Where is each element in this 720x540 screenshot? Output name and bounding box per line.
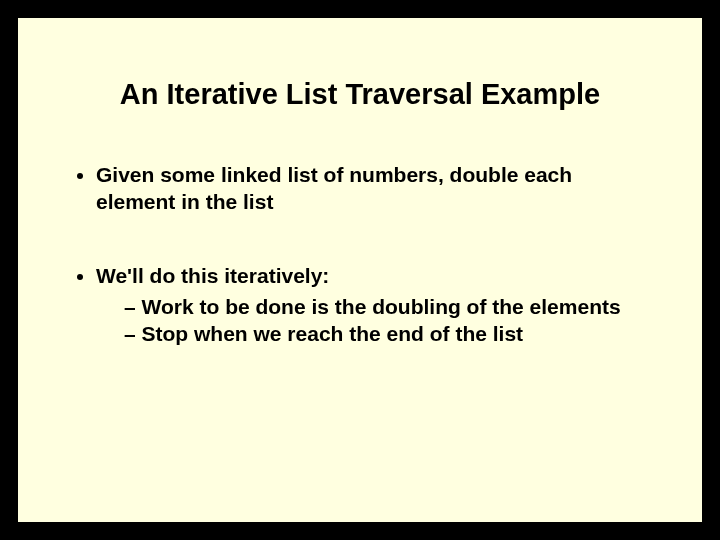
sub-bullet-text: Stop when we reach the end of the list	[142, 322, 524, 345]
sub-bullet-item: Stop when we reach the end of the list	[124, 320, 652, 347]
bullet-item: Given some linked list of numbers, doubl…	[96, 161, 652, 216]
sub-bullet-item: Work to be done is the doubling of the e…	[124, 293, 652, 320]
bullet-list: Given some linked list of numbers, doubl…	[68, 161, 652, 347]
sub-bullet-text: Work to be done is the doubling of the e…	[142, 295, 621, 318]
sub-bullet-list: Work to be done is the doubling of the e…	[96, 293, 652, 348]
bullet-item: We'll do this iteratively: Work to be do…	[96, 262, 652, 348]
bullet-text: Given some linked list of numbers, doubl…	[96, 163, 572, 213]
slide-frame: An Iterative List Traversal Example Give…	[0, 0, 720, 540]
slide-title: An Iterative List Traversal Example	[68, 78, 652, 111]
bullet-text: We'll do this iteratively:	[96, 264, 329, 287]
slide: An Iterative List Traversal Example Give…	[16, 16, 704, 524]
